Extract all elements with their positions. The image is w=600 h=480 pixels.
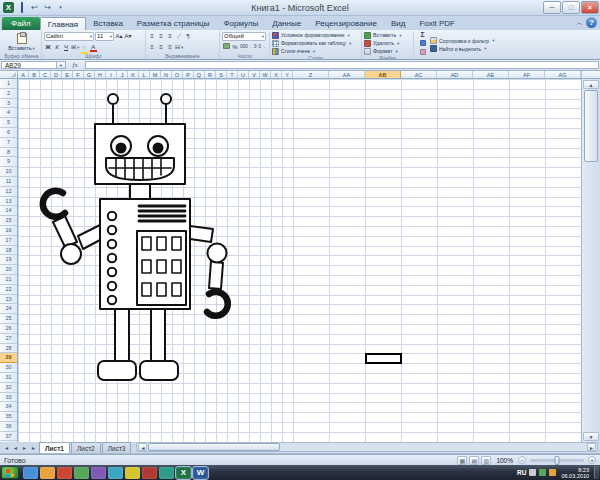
row-header-12[interactable]: 12	[0, 187, 17, 197]
undo-icon[interactable]: ↩	[29, 2, 40, 13]
taskbar-app-app-9[interactable]	[159, 467, 174, 479]
format-as-table-button[interactable]: Форматировать как таблицу▾	[272, 39, 359, 47]
column-header-F[interactable]: F	[73, 71, 84, 78]
row-header-5[interactable]: 5	[0, 118, 17, 128]
underline-button[interactable]: Ч	[62, 43, 70, 52]
delete-cells-button[interactable]: Удалить▾	[364, 39, 411, 47]
tab-Главная[interactable]: Главная	[40, 17, 86, 30]
find-select-button[interactable]: Найти и выделить▾	[430, 45, 512, 53]
column-header-N[interactable]: N	[161, 71, 172, 78]
fx-icon[interactable]: fx	[66, 61, 84, 69]
save-icon[interactable]	[16, 2, 27, 13]
column-header-AB[interactable]: AB	[365, 71, 401, 78]
tray-icon-2[interactable]	[539, 469, 546, 476]
tab-Вставка[interactable]: Вставка	[86, 17, 130, 30]
column-header-V[interactable]: V	[249, 71, 260, 78]
align-top-icon[interactable]: ≡	[148, 32, 156, 41]
italic-button[interactable]: К	[53, 43, 61, 52]
align-center-icon[interactable]: ≡	[157, 43, 165, 52]
row-header-28[interactable]: 28	[0, 344, 17, 354]
decrease-decimal-icon[interactable]: 0→	[258, 43, 266, 52]
taskbar-app-app-8[interactable]	[142, 467, 157, 479]
start-button[interactable]	[1, 466, 19, 479]
last-sheet-icon[interactable]: ►	[29, 443, 38, 453]
taskbar-app-excel[interactable]: X	[176, 467, 191, 479]
borders-button[interactable]: ⊞▾	[71, 43, 79, 52]
tab-Формулы[interactable]: Формулы	[216, 17, 265, 30]
taskbar-app-app-3[interactable]	[57, 467, 72, 479]
wrap-text-icon[interactable]: ¶	[184, 32, 192, 41]
tray-icon-1[interactable]	[529, 469, 536, 476]
scroll-down-icon[interactable]: ▼	[583, 432, 599, 441]
tab-Вид[interactable]: Вид	[384, 17, 412, 30]
cells-area[interactable]	[18, 79, 581, 442]
row-header-36[interactable]: 36	[0, 422, 17, 432]
column-header-X[interactable]: X	[271, 71, 282, 78]
normal-view-icon[interactable]: ▦	[457, 456, 467, 465]
cell-styles-button[interactable]: Стили ячеек▾	[272, 47, 359, 55]
first-sheet-icon[interactable]: ◄	[2, 443, 11, 453]
row-header-6[interactable]: 6	[0, 128, 17, 138]
column-header-P[interactable]: P	[183, 71, 194, 78]
column-header-AD[interactable]: AD	[437, 71, 473, 78]
zoom-slider[interactable]	[530, 459, 584, 462]
column-header-AA[interactable]: AA	[329, 71, 365, 78]
grow-font-button[interactable]: A▴	[115, 32, 123, 41]
row-header-13[interactable]: 13	[0, 197, 17, 207]
bold-button[interactable]: Ж	[44, 43, 52, 52]
format-cells-button[interactable]: Формат▾	[364, 47, 411, 55]
row-header-33[interactable]: 33	[0, 393, 17, 403]
font-name-select[interactable]: Calibri▾	[44, 32, 94, 41]
select-all-corner[interactable]	[0, 71, 18, 79]
tab-Foxit PDF[interactable]: Foxit PDF	[412, 17, 462, 30]
close-button[interactable]: ✕	[581, 1, 599, 14]
sheet-tab-Лист2[interactable]: Лист2	[71, 442, 101, 453]
row-header-34[interactable]: 34	[0, 402, 17, 412]
column-header-D[interactable]: D	[51, 71, 62, 78]
column-header-S[interactable]: S	[216, 71, 227, 78]
fill-button[interactable]	[416, 40, 429, 49]
row-header-20[interactable]: 20	[0, 265, 17, 275]
taskbar-app-app-5[interactable]	[91, 467, 106, 479]
column-header-C[interactable]: C	[40, 71, 51, 78]
column-header-M[interactable]: M	[150, 71, 161, 78]
row-header-11[interactable]: 11	[0, 177, 17, 187]
column-header-L[interactable]: L	[139, 71, 150, 78]
page-break-view-icon[interactable]: ▥	[481, 456, 491, 465]
column-header-Z[interactable]: Z	[293, 71, 329, 78]
merge-center-icon[interactable]: ⊟▾	[175, 43, 183, 52]
row-header-2[interactable]: 2	[0, 89, 17, 99]
column-header-B[interactable]: B	[29, 71, 40, 78]
row-header-14[interactable]: 14	[0, 206, 17, 216]
qat-dropdown-icon[interactable]: ▾	[55, 2, 66, 13]
tab-Рецензирование[interactable]: Рецензирование	[308, 17, 384, 30]
row-header-22[interactable]: 22	[0, 285, 17, 295]
orientation-icon[interactable]: ⟋	[175, 32, 183, 41]
column-header-Q[interactable]: Q	[194, 71, 205, 78]
column-header-AC[interactable]: AC	[401, 71, 437, 78]
column-header-A[interactable]: A	[18, 71, 29, 78]
row-header-9[interactable]: 9	[0, 157, 17, 167]
sheet-tab-Лист3[interactable]: Лист3	[102, 442, 132, 453]
row-header-15[interactable]: 15	[0, 216, 17, 226]
column-header-H[interactable]: H	[95, 71, 106, 78]
taskbar-app-app-4[interactable]	[74, 467, 89, 479]
font-color-button[interactable]: А	[89, 43, 97, 52]
tray-icon-3[interactable]	[549, 469, 556, 476]
row-header-19[interactable]: 19	[0, 255, 17, 265]
row-header-32[interactable]: 32	[0, 383, 17, 393]
row-header-7[interactable]: 7	[0, 138, 17, 148]
column-header-R[interactable]: R	[205, 71, 216, 78]
insert-cells-button[interactable]: Вставить▾	[364, 31, 411, 39]
row-header-31[interactable]: 31	[0, 373, 17, 383]
row-header-26[interactable]: 26	[0, 324, 17, 334]
column-header-U[interactable]: U	[238, 71, 249, 78]
conditional-formatting-button[interactable]: Условное форматирование▾	[272, 31, 359, 39]
redo-icon[interactable]: ↪	[42, 2, 53, 13]
scroll-right-icon[interactable]: ►	[587, 443, 596, 451]
row-header-3[interactable]: 3	[0, 99, 17, 109]
show-desktop-button[interactable]	[594, 466, 599, 479]
column-header-T[interactable]: T	[227, 71, 238, 78]
column-header-E[interactable]: E	[62, 71, 73, 78]
sort-filter-button[interactable]: Сортировка и фильтр▾	[430, 37, 512, 45]
